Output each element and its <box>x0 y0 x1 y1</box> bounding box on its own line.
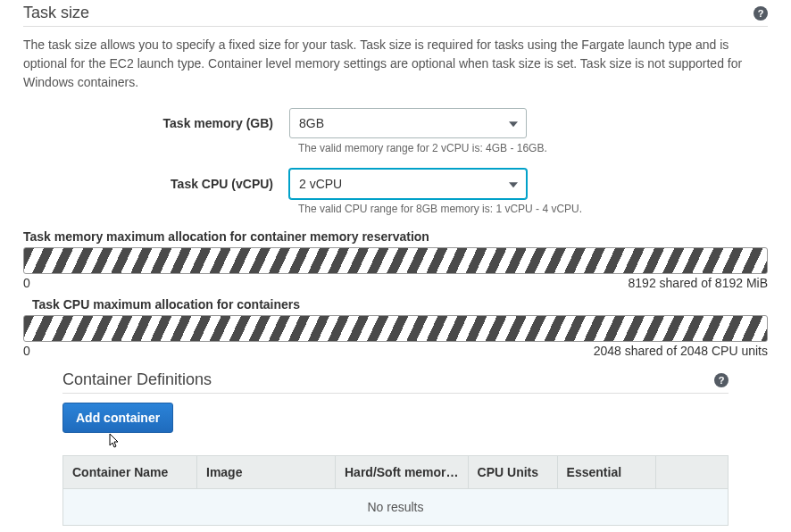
container-defs-title: Container Definitions <box>62 370 212 389</box>
add-container-button[interactable]: Add container <box>62 403 173 433</box>
no-results-cell: No results <box>63 489 729 526</box>
col-memory[interactable]: Hard/Soft memor… <box>336 456 469 489</box>
cpu-allocation-status: 2048 shared of 2048 CPU units <box>594 344 768 358</box>
col-essential[interactable]: Essential <box>557 456 655 489</box>
task-cpu-row: Task CPU (vCPU) 2 vCPU <box>23 169 768 199</box>
memory-allocation-min: 0 <box>23 276 30 290</box>
task-size-title: Task size <box>23 4 89 22</box>
col-spacer <box>655 456 728 489</box>
container-defs-table: Container Name Image Hard/Soft memor… CP… <box>62 455 729 526</box>
col-image[interactable]: Image <box>197 456 336 489</box>
cpu-allocation-bar <box>23 315 768 342</box>
task-memory-label: Task memory (GB) <box>23 116 289 130</box>
task-size-description: The task size allows you to specify a fi… <box>23 36 768 92</box>
task-memory-hint: The valid memory range for 2 vCPU is: 4G… <box>289 142 768 154</box>
memory-allocation-label: Task memory maximum allocation for conta… <box>23 229 768 244</box>
help-icon[interactable]: ? <box>754 6 768 21</box>
memory-allocation-footer: 0 8192 shared of 8192 MiB <box>23 276 768 290</box>
task-cpu-hint: The valid CPU range for 8GB memory is: 1… <box>289 203 768 215</box>
chevron-down-icon <box>509 182 518 187</box>
task-cpu-value: 2 vCPU <box>299 177 342 191</box>
memory-allocation-status: 8192 shared of 8192 MiB <box>629 276 768 290</box>
cursor-icon <box>105 433 771 457</box>
cpu-allocation-label: Task CPU maximum allocation for containe… <box>32 297 768 312</box>
chevron-down-icon <box>509 121 518 127</box>
cpu-allocation-footer: 0 2048 shared of 2048 CPU units <box>23 344 768 358</box>
help-icon[interactable]: ? <box>714 373 729 387</box>
cpu-allocation-min: 0 <box>23 344 30 358</box>
memory-allocation-bar <box>23 247 768 274</box>
col-container-name[interactable]: Container Name <box>63 456 197 489</box>
task-memory-select[interactable]: 8GB <box>289 108 527 138</box>
task-size-header: Task size ? <box>23 4 768 27</box>
task-memory-row: Task memory (GB) 8GB <box>23 108 768 138</box>
task-cpu-select[interactable]: 2 vCPU <box>289 169 527 199</box>
table-row-empty: No results <box>63 489 729 526</box>
table-header-row: Container Name Image Hard/Soft memor… CP… <box>63 456 729 489</box>
col-cpu[interactable]: CPU Units <box>468 456 557 489</box>
container-defs-header: Container Definitions ? <box>62 370 729 394</box>
task-memory-value: 8GB <box>299 116 324 130</box>
task-cpu-label: Task CPU (vCPU) <box>23 177 289 191</box>
